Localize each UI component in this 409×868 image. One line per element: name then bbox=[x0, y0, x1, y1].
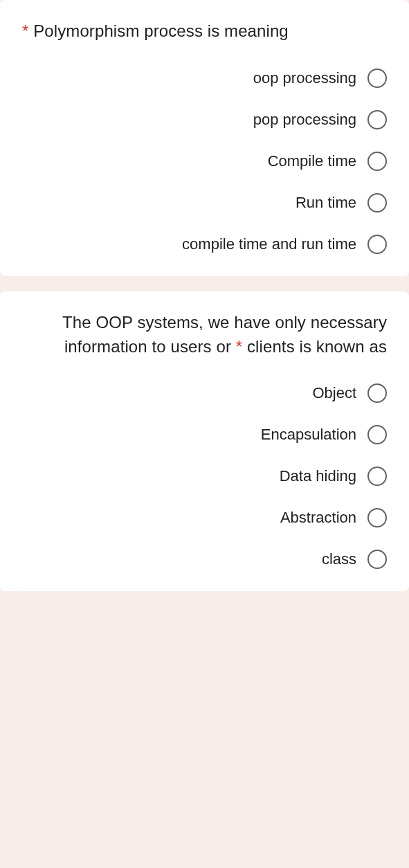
option-abstraction[interactable]: Abstraction bbox=[22, 508, 387, 527]
option-label: Run time bbox=[296, 194, 356, 212]
option-oop-processing[interactable]: oop processing bbox=[22, 69, 387, 88]
question-2-text: The OOP systems, we have only necessary … bbox=[22, 311, 387, 359]
radio-icon bbox=[367, 467, 387, 486]
option-label: compile time and run time bbox=[182, 235, 356, 253]
radio-icon bbox=[367, 383, 387, 403]
option-label: Object bbox=[312, 384, 356, 402]
question-2-options: Object Encapsulation Data hiding Abstrac… bbox=[22, 383, 387, 569]
option-compile-and-run-time[interactable]: compile time and run time bbox=[22, 235, 387, 254]
option-label: Data hiding bbox=[280, 467, 356, 485]
radio-icon bbox=[367, 550, 387, 569]
required-asterisk: * bbox=[236, 337, 242, 356]
question-card-1: * Polymorphism process is meaning oop pr… bbox=[0, 0, 409, 276]
radio-icon bbox=[367, 110, 387, 129]
option-pop-processing[interactable]: pop processing bbox=[22, 110, 387, 129]
question-2-content-after: clients is known as bbox=[247, 337, 387, 356]
question-card-2: The OOP systems, we have only necessary … bbox=[0, 291, 409, 592]
option-label: Abstraction bbox=[280, 509, 356, 527]
option-object[interactable]: Object bbox=[22, 383, 387, 403]
option-label: Encapsulation bbox=[261, 426, 356, 444]
radio-icon bbox=[367, 508, 387, 527]
option-label: class bbox=[322, 550, 356, 568]
radio-icon bbox=[367, 69, 387, 88]
radio-icon bbox=[367, 425, 387, 444]
question-1-content: Polymorphism process is meaning bbox=[33, 21, 289, 40]
option-encapsulation[interactable]: Encapsulation bbox=[22, 425, 387, 444]
required-asterisk: * bbox=[22, 21, 28, 40]
option-data-hiding[interactable]: Data hiding bbox=[22, 467, 387, 486]
option-run-time[interactable]: Run time bbox=[22, 193, 387, 213]
radio-icon bbox=[367, 152, 387, 171]
radio-icon bbox=[367, 193, 387, 213]
option-label: pop processing bbox=[253, 111, 356, 129]
option-compile-time[interactable]: Compile time bbox=[22, 152, 387, 171]
question-1-options: oop processing pop processing Compile ti… bbox=[22, 69, 387, 254]
option-class[interactable]: class bbox=[22, 550, 387, 569]
radio-icon bbox=[367, 235, 387, 254]
option-label: Compile time bbox=[268, 152, 356, 170]
question-1-text: * Polymorphism process is meaning bbox=[22, 19, 387, 44]
option-label: oop processing bbox=[253, 69, 356, 87]
